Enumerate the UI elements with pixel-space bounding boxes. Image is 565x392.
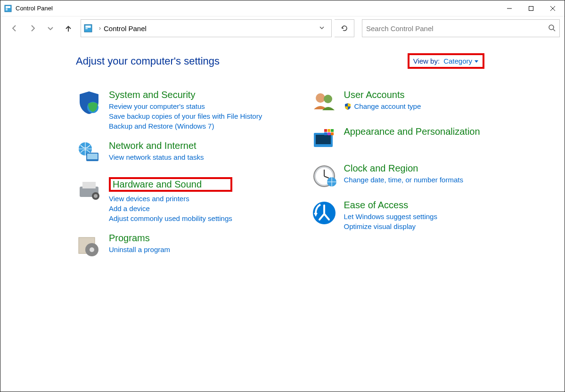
category-link[interactable]: Save backup copies of your files with Fi…	[109, 112, 262, 120]
shield-icon	[76, 90, 102, 116]
svg-rect-10	[85, 25, 90, 28]
svg-point-26	[316, 93, 325, 103]
left-column: System and Security Review your computer…	[76, 90, 302, 259]
view-by-value[interactable]: Category	[443, 57, 479, 65]
toolbar: › Control Panel	[0, 16, 565, 42]
category-title[interactable]: Programs	[109, 233, 170, 244]
svg-rect-30	[324, 129, 327, 132]
printer-icon	[76, 177, 102, 204]
users-icon	[311, 90, 337, 116]
control-panel-icon	[4, 5, 12, 12]
clock-icon	[311, 163, 337, 189]
category-clock-and-region: Clock and Region Change date, time, or n…	[311, 163, 537, 189]
breadcrumb-separator: ›	[99, 25, 101, 32]
svg-rect-34	[328, 132, 330, 135]
back-button[interactable]	[7, 21, 22, 36]
search-input[interactable]	[366, 24, 548, 33]
category-appearance-and-personalization: Appearance and Personalization	[311, 126, 537, 153]
svg-point-25	[90, 247, 94, 252]
titlebar: Control Panel	[0, 0, 565, 16]
category-link[interactable]: Review your computer's status	[109, 102, 262, 110]
category-link[interactable]: Change account type	[344, 102, 421, 110]
page-title: Adjust your computer's settings	[76, 55, 220, 67]
category-link[interactable]: Change date, time, or number formats	[344, 176, 463, 184]
window-controls	[499, 1, 564, 16]
category-link[interactable]: Optimize visual display	[344, 222, 437, 230]
category-ease-of-access: Ease of Access Let Windows suggest setti…	[311, 200, 537, 230]
category-user-accounts: User Accounts Change account type	[311, 90, 537, 116]
svg-rect-35	[331, 132, 334, 135]
category-title[interactable]: Clock and Region	[344, 163, 463, 174]
category-link[interactable]: Uninstall a program	[109, 245, 170, 253]
category-title[interactable]: Hardware and Sound	[109, 177, 232, 192]
svg-point-22	[94, 194, 98, 198]
breadcrumb-item[interactable]: Control Panel	[104, 24, 147, 33]
programs-icon	[76, 233, 102, 259]
category-link[interactable]: Backup and Restore (Windows 7)	[109, 122, 262, 130]
view-by-selector[interactable]: View by: Category	[408, 53, 484, 69]
categories-grid: System and Security Review your computer…	[76, 90, 536, 259]
category-system-and-security: System and Security Review your computer…	[76, 90, 302, 130]
maximize-button[interactable]	[520, 1, 542, 16]
ease-of-access-icon	[311, 200, 337, 226]
uac-shield-icon	[344, 103, 352, 110]
category-link[interactable]: View network status and tasks	[109, 153, 204, 161]
category-title[interactable]: Ease of Access	[344, 200, 437, 211]
category-link[interactable]: Let Windows suggest settings	[344, 212, 437, 220]
svg-rect-2	[6, 8, 8, 9]
svg-rect-1	[6, 6, 10, 8]
svg-marker-14	[475, 60, 478, 63]
svg-point-12	[549, 25, 554, 30]
category-title[interactable]: System and Security	[109, 90, 262, 100]
up-button[interactable]	[61, 21, 76, 36]
network-icon	[76, 140, 102, 167]
personalization-icon	[311, 126, 337, 153]
svg-rect-33	[324, 132, 327, 135]
svg-rect-32	[331, 129, 334, 132]
svg-rect-11	[85, 28, 88, 29]
category-link[interactable]: Add a device	[109, 204, 232, 212]
chevron-down-icon[interactable]	[319, 25, 325, 32]
view-by-label: View by:	[413, 57, 440, 65]
close-button[interactable]	[542, 1, 564, 16]
svg-rect-18	[87, 154, 98, 159]
forward-button[interactable]	[25, 21, 40, 36]
category-link[interactable]: View devices and printers	[109, 195, 232, 203]
svg-point-27	[324, 95, 332, 103]
category-title[interactable]: User Accounts	[344, 90, 421, 100]
category-network-and-internet: Network and Internet View network status…	[76, 140, 302, 167]
svg-line-13	[553, 29, 555, 31]
minimize-button[interactable]	[499, 1, 520, 16]
category-hardware-and-sound: Hardware and Sound View devices and prin…	[76, 177, 302, 222]
svg-rect-5	[529, 6, 533, 10]
category-title[interactable]: Appearance and Personalization	[344, 126, 480, 137]
svg-rect-31	[328, 129, 330, 132]
refresh-button[interactable]	[335, 19, 354, 37]
search-box[interactable]	[362, 19, 560, 37]
svg-rect-29	[316, 135, 331, 144]
category-title[interactable]: Network and Internet	[109, 140, 204, 151]
category-link[interactable]: Adjust commonly used mobility settings	[109, 214, 232, 222]
content-area: Adjust your computer's settings View by:…	[0, 42, 565, 259]
heading-row: Adjust your computer's settings View by:…	[76, 53, 536, 69]
svg-rect-3	[6, 9, 8, 10]
recent-locations-button[interactable]	[43, 21, 58, 36]
control-panel-icon	[84, 24, 92, 33]
svg-rect-20	[82, 182, 96, 188]
search-icon	[548, 24, 556, 33]
category-programs: Programs Uninstall a program	[76, 233, 302, 259]
address-bar[interactable]: › Control Panel	[81, 19, 332, 37]
window-title: Control Panel	[16, 5, 53, 12]
right-column: User Accounts Change account type	[311, 90, 537, 259]
